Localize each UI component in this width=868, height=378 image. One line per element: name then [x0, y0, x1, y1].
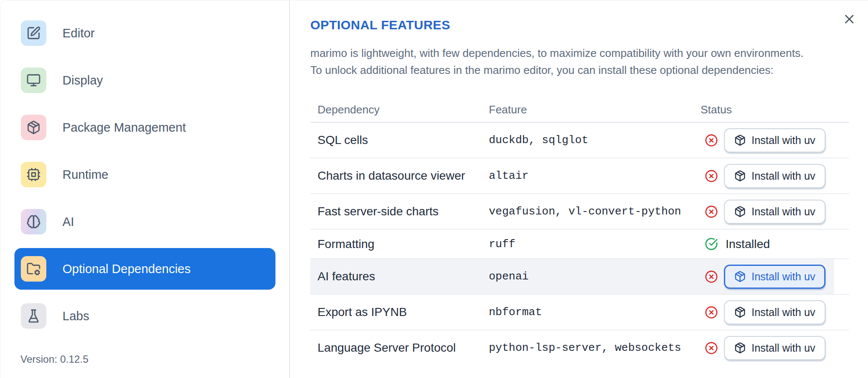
- install-button-label: Install with uv: [752, 134, 815, 147]
- install-with-uv-button[interactable]: Install with uv: [724, 265, 825, 289]
- status-cell: Install with uv: [701, 200, 849, 224]
- square-pen-icon: [21, 20, 46, 46]
- dependency-cell: Formatting: [310, 237, 489, 251]
- circle-x-icon: [705, 341, 718, 355]
- sidebar-item-labs[interactable]: Labs: [14, 295, 275, 337]
- package-icon: [734, 134, 746, 146]
- install-with-uv-button[interactable]: Install with uv: [724, 128, 825, 152]
- close-button[interactable]: [842, 12, 857, 26]
- install-with-uv-button[interactable]: Install with uv: [724, 200, 825, 224]
- table-row: FormattingruffInstalled: [310, 230, 849, 259]
- table-row: AI featuresopenaiInstall with uv: [310, 259, 849, 295]
- table-body: SQL cellsduckdb, sqlglotInstall with uvC…: [310, 123, 849, 365]
- status-cell: Install with uv: [701, 128, 849, 152]
- sidebar-item-editor[interactable]: Editor: [14, 12, 275, 54]
- package-icon: [734, 306, 746, 318]
- table-header-row: Dependency Feature Status: [310, 97, 849, 123]
- status-cell: Install with uv: [701, 300, 849, 324]
- circle-x-icon: [705, 306, 718, 319]
- circle-check-icon: [705, 237, 718, 251]
- sidebar-item-label: AI: [62, 215, 74, 229]
- circle-x-icon: [705, 169, 718, 183]
- sidebar-item-label: Labs: [62, 309, 89, 323]
- table-row: Charts in datasource vieweraltairInstall…: [310, 158, 849, 194]
- sidebar-item-display[interactable]: Display: [14, 59, 275, 101]
- page-title: OPTIONAL FEATURES: [310, 17, 849, 33]
- sidebar-item-label: Editor: [62, 26, 95, 40]
- settings-content: OPTIONAL FEATURES marimo is lightweight,…: [290, 0, 868, 378]
- install-button-label: Install with uv: [752, 170, 815, 182]
- close-icon: [842, 12, 857, 26]
- feature-cell: vegafusion, vl-convert-python: [489, 205, 701, 218]
- install-with-uv-button[interactable]: Install with uv: [724, 164, 825, 188]
- flask-conical-icon: [21, 303, 46, 329]
- cpu-icon: [21, 162, 46, 187]
- dependency-cell: Fast server-side charts: [310, 205, 489, 218]
- feature-cell: nbformat: [489, 306, 701, 319]
- sidebar-item-package-management[interactable]: Package Management: [14, 107, 275, 148]
- description-line: To unlock additional features in the mar…: [310, 62, 849, 79]
- install-with-uv-button[interactable]: Install with uv: [724, 336, 825, 360]
- sidebar-item-runtime[interactable]: Runtime: [14, 154, 275, 195]
- status-cell: Installed: [701, 237, 849, 251]
- feature-cell: duckdb, sqlglot: [489, 134, 701, 147]
- description-line: marimo is lightweight, with few dependen…: [310, 45, 849, 62]
- version-label: Version: 0.12.5: [20, 353, 289, 365]
- dependency-cell: Charts in datasource viewer: [310, 169, 489, 183]
- install-button-label: Install with uv: [752, 271, 815, 283]
- dependency-cell: Language Server Protocol: [310, 341, 489, 355]
- feature-cell: altair: [489, 169, 701, 182]
- sidebar-item-label: Display: [62, 73, 103, 87]
- feature-cell: openai: [489, 270, 701, 283]
- settings-dialog: EditorDisplayPackage ManagementRuntimeAI…: [0, 0, 868, 378]
- package-icon: [734, 206, 746, 217]
- column-header-status: Status: [701, 103, 849, 116]
- optional-features-table: Dependency Feature Status SQL cellsduckd…: [310, 97, 849, 365]
- settings-sidebar: EditorDisplayPackage ManagementRuntimeAI…: [0, 0, 290, 378]
- sidebar-item-ai[interactable]: AI: [14, 201, 275, 243]
- package-icon: [734, 342, 746, 354]
- install-with-uv-button[interactable]: Install with uv: [724, 300, 825, 324]
- sidebar-items: EditorDisplayPackage ManagementRuntimeAI…: [14, 12, 289, 342]
- description: marimo is lightweight, with few dependen…: [310, 45, 849, 79]
- package-icon: [21, 115, 46, 140]
- feature-cell: ruff: [489, 238, 701, 251]
- sidebar-item-optional-dependencies[interactable]: Optional Dependencies: [14, 248, 275, 290]
- sidebar-item-label: Optional Dependencies: [62, 262, 190, 276]
- feature-cell: python-lsp-server, websockets: [489, 341, 701, 354]
- brain-icon: [21, 209, 46, 234]
- column-header-dependency: Dependency: [310, 103, 489, 116]
- table-row: SQL cellsduckdb, sqlglotInstall with uv: [310, 123, 849, 158]
- package-icon: [734, 271, 746, 282]
- package-icon: [734, 170, 746, 182]
- status-cell: Install with uv: [701, 164, 849, 188]
- install-button-label: Install with uv: [752, 306, 815, 319]
- table-row: Fast server-side chartsvegafusion, vl-co…: [310, 194, 849, 230]
- dependency-cell: AI features: [310, 270, 489, 283]
- table-row: Export as IPYNBnbformatInstall with uv: [310, 295, 849, 330]
- circle-x-icon: [705, 270, 718, 283]
- install-button-label: Install with uv: [752, 342, 815, 354]
- dependency-cell: SQL cells: [310, 133, 489, 147]
- column-header-feature: Feature: [489, 103, 701, 116]
- sidebar-item-label: Runtime: [62, 168, 108, 182]
- dependency-cell: Export as IPYNB: [310, 305, 489, 319]
- circle-x-icon: [705, 205, 718, 218]
- sidebar-item-label: Package Management: [62, 121, 186, 135]
- status-cell: Install with uv: [701, 336, 849, 360]
- status-cell: Install with uv: [701, 265, 849, 289]
- table-row: Language Server Protocolpython-lsp-serve…: [310, 330, 849, 365]
- install-button-label: Install with uv: [752, 206, 815, 218]
- monitor-icon: [21, 68, 46, 93]
- installed-label: Installed: [726, 237, 770, 251]
- folder-cog-icon: [21, 256, 46, 282]
- circle-x-icon: [705, 134, 718, 147]
